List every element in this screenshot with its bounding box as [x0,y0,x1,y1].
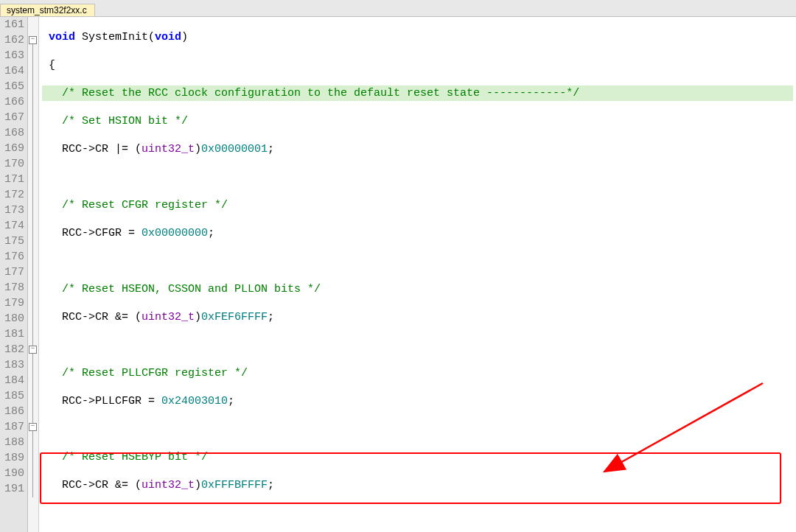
line-number: 174 [3,218,27,234]
code-line [42,505,796,521]
line-number: 185 [3,388,27,404]
line-number: 179 [3,295,27,311]
code-line [42,169,796,185]
code-line: RCC->CFGR = 0x00000000; [42,225,796,241]
line-number: 163 [3,48,27,63]
code-line: /* Reset the RCC clock configuration to … [42,85,796,101]
line-number: 182 [3,342,27,357]
code-line [42,337,796,353]
tab-bar: system_stm32f2xx.c [0,0,796,17]
code-area[interactable]: void SystemInit(void) { /* Reset the RCC… [39,17,796,532]
code-line: /* Reset CFGR register */ [42,197,796,213]
line-number-gutter: 161 162 163 164 165 166 167 168 169 170 … [0,17,28,532]
fold-toggle-icon[interactable]: − [29,346,37,354]
line-number: 173 [3,203,27,218]
line-number: 162 [3,32,27,48]
line-number: 161 [3,17,27,32]
code-line [42,253,796,269]
line-number: 187 [3,419,27,435]
line-number: 177 [3,265,27,280]
line-number: 183 [3,357,27,373]
fold-toggle-icon[interactable]: − [29,423,37,431]
line-number: 178 [3,280,27,295]
line-number: 164 [3,63,27,79]
code-line: /* Reset HSEBYP bit */ [42,449,796,465]
line-number: 188 [3,435,27,450]
line-number: 189 [3,450,27,466]
code-line: { [42,57,796,73]
line-number: 191 [3,481,27,497]
line-number: 180 [3,311,27,326]
code-line: RCC->CR |= (uint32_t)0x00000001; [42,141,796,157]
code-line: RCC->PLLCFGR = 0x24003010; [42,393,796,409]
line-number: 167 [3,110,27,125]
line-number: 170 [3,156,27,172]
line-number: 168 [3,125,27,141]
code-editor[interactable]: 161 162 163 164 165 166 167 168 169 170 … [0,17,796,532]
line-number: 184 [3,373,27,388]
code-line: RCC->CR &= (uint32_t)0xFFFBFFFF; [42,477,796,493]
line-number: 176 [3,249,27,265]
line-number: 181 [3,326,27,342]
code-line: /* Reset PLLCFGR register */ [42,365,796,381]
tab-filename: system_stm32f2xx.c [7,5,87,15]
fold-column: − − − [28,17,39,532]
line-number: 190 [3,466,27,481]
fold-toggle-icon[interactable]: − [29,36,37,44]
line-number: 165 [3,79,27,94]
line-number: 166 [3,94,27,110]
line-number: 175 [3,234,27,249]
line-number: 172 [3,187,27,203]
code-line: /* Set HSION bit */ [42,113,796,129]
code-line [42,421,796,437]
code-line: RCC->CR &= (uint32_t)0xFEF6FFFF; [42,309,796,325]
code-line: void SystemInit(void) [42,29,796,45]
file-tab[interactable]: system_stm32f2xx.c [0,4,95,16]
line-number: 169 [3,141,27,156]
line-number: 171 [3,172,27,187]
code-line: /* Reset HSEON, CSSON and PLLON bits */ [42,281,796,297]
line-number: 186 [3,404,27,419]
